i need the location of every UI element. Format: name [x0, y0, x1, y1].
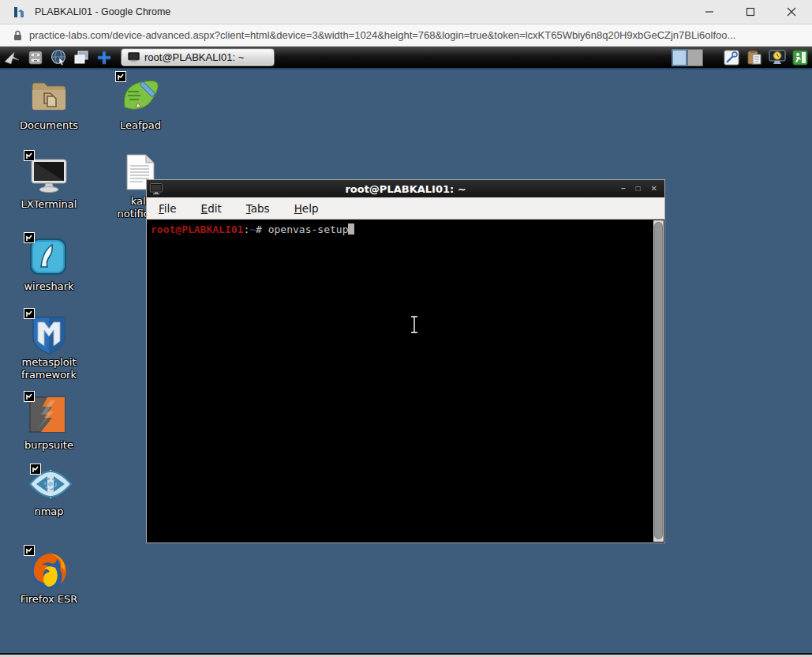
kali-menu-icon[interactable] — [2, 48, 23, 67]
desktop-icon-nmap[interactable]: nmap — [13, 468, 85, 518]
practice-labs-favicon — [13, 6, 27, 19]
menu-help[interactable]: Help — [292, 202, 321, 215]
close-button[interactable] — [771, 0, 812, 24]
terminal-scrollbar[interactable] — [653, 220, 664, 542]
shortcut-badge — [24, 308, 35, 319]
terminal-titlebar[interactable]: root@PLABKALI01: ~ – □ ✕ — [147, 180, 664, 197]
bottom-panel-cutoff — [0, 653, 812, 657]
add-desktop-icon[interactable] — [94, 48, 114, 67]
shortcut-badge — [24, 232, 35, 243]
shortcut-badge — [115, 71, 126, 82]
typed-command: openvas-setup — [268, 223, 349, 235]
icon-label: LXTerminal — [21, 198, 77, 211]
taskbar-item-label: root@PLABKALI01: ~ — [144, 51, 244, 63]
clipboard-manager-icon[interactable] — [743, 48, 765, 67]
terminal-window-icon — [128, 52, 140, 62]
text-cursor-block — [348, 223, 354, 235]
shortcut-badge — [24, 391, 35, 402]
prompt-symbol: # — [256, 223, 268, 235]
icon-label: Firefox ESR — [21, 593, 78, 606]
menu-file[interactable]: File — [156, 202, 179, 215]
url-text[interactable]: practice-labs.com/device-advanced.aspx?c… — [29, 29, 810, 41]
iconify-windows-icon[interactable] — [71, 48, 92, 67]
terminal-close-button[interactable]: ✕ — [651, 180, 657, 197]
terminal-window-icon — [150, 183, 163, 195]
screenshot-tool-icon[interactable] — [720, 48, 742, 67]
terminal-content[interactable]: root@PLABKALI01:~# openvas-setup — [147, 220, 664, 542]
terminal-maximize-button[interactable]: □ — [636, 180, 641, 197]
icon-label: wireshark — [24, 280, 73, 293]
mouse-ibeam-cursor — [409, 314, 420, 335]
icon-label: metasploit framework — [13, 356, 85, 381]
workspace-1[interactable] — [672, 49, 687, 66]
window-title: PLABKALI01 - Google Chrome — [35, 6, 170, 17]
terminal-window[interactable]: root@PLABKALI01: ~ – □ ✕ File Edit Tabs … — [146, 179, 665, 543]
prompt-path: ~ — [249, 223, 256, 235]
desktop-icon-firefox[interactable]: Firefox ESR — [13, 550, 85, 606]
screensaver-clock-icon[interactable] — [766, 48, 788, 67]
browser-titlebar: PLABKALI01 - Google Chrome — [0, 0, 812, 24]
desktop-icon-metasploit[interactable]: metasploit framework — [13, 313, 85, 381]
prompt-user: root@PLABKALI01 — [151, 223, 243, 235]
web-browser-icon[interactable] — [48, 48, 69, 67]
icon-label: nmap — [34, 505, 63, 518]
desktop-icon-burpsuite[interactable]: burpsuite — [13, 396, 85, 452]
scrollbar-thumb[interactable] — [654, 222, 663, 539]
lock-icon — [13, 30, 22, 41]
terminal-minimize-button[interactable]: – — [621, 180, 626, 197]
desktop-icon-leafpad[interactable]: Leafpad — [104, 76, 177, 132]
menu-edit[interactable]: Edit — [199, 202, 224, 215]
icon-label: Documents — [20, 119, 78, 132]
desktop-icon-documents[interactable]: Documents — [13, 76, 85, 132]
terminal-line: root@PLABKALI01:~# openvas-setup — [151, 223, 649, 236]
icon-label: Leafpad — [120, 119, 161, 132]
desktop-icon-lxterminal[interactable]: LXTerminal — [13, 155, 85, 211]
taskbar-item-terminal[interactable]: root@PLABKALI01: ~ — [121, 48, 275, 66]
shortcut-badge — [24, 545, 35, 556]
desktop-icon-wireshark[interactable]: wireshark — [13, 237, 85, 293]
shortcut-badge — [24, 150, 35, 161]
url-bar[interactable]: practice-labs.com/device-advanced.aspx?c… — [0, 24, 812, 47]
icon-label: burpsuite — [24, 439, 73, 452]
logout-icon[interactable] — [789, 48, 810, 67]
workspace-2[interactable] — [687, 49, 703, 66]
metasploit-icon — [28, 313, 69, 355]
terminal-title: root@PLABKALI01: ~ — [147, 183, 664, 195]
folder-icon — [28, 76, 69, 117]
file-manager-icon[interactable] — [25, 48, 46, 67]
maximize-button[interactable] — [730, 0, 771, 24]
menu-tabs[interactable]: Tabs — [244, 202, 272, 215]
workspace-pager[interactable] — [672, 49, 703, 66]
terminal-menubar: File Edit Tabs Help — [147, 197, 664, 220]
lxde-panel: root@PLABKALI01: ~ — [0, 47, 812, 69]
shortcut-badge — [30, 464, 41, 475]
minimize-button[interactable] — [689, 0, 730, 24]
